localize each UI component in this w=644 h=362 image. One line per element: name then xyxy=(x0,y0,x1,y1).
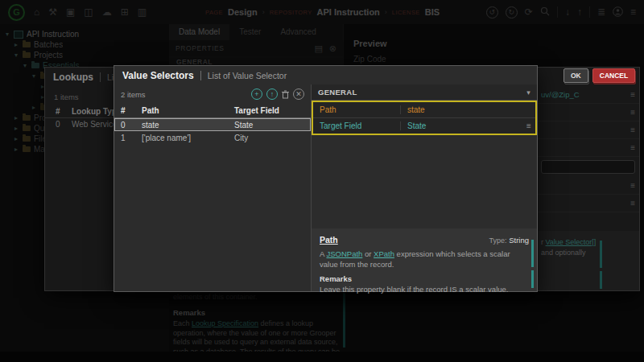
value-selectors-dialog: Value Selectors List of Value Selector 2… xyxy=(114,65,538,292)
property-value[interactable]: state xyxy=(400,105,522,114)
help-body: A JSONPath or XPath expression which sel… xyxy=(320,249,529,270)
add-item-icon[interactable]: + xyxy=(251,88,262,100)
type-label: Type: xyxy=(489,237,507,245)
help-scrollbar[interactable] xyxy=(531,240,534,267)
column-path: Path xyxy=(142,106,234,115)
clear-list-icon[interactable]: ✕ xyxy=(293,88,304,100)
type-value: String xyxy=(509,236,529,245)
row-path: ['place name'] xyxy=(142,134,234,142)
value-selector-row[interactable]: 0 state State xyxy=(114,118,311,131)
jsonpath-link[interactable]: JSONPath xyxy=(326,249,362,258)
general-section-header[interactable]: GENERAL ▾ xyxy=(312,84,537,101)
move-up-icon[interactable]: ↑ xyxy=(266,88,278,100)
list-toolbar: 2 items + ↑ ✕ xyxy=(114,84,311,104)
property-value[interactable]: State xyxy=(400,121,522,130)
row-path: state xyxy=(142,121,234,130)
item-count: 2 items xyxy=(121,90,146,99)
delete-item-icon[interactable] xyxy=(282,90,289,99)
highlighted-property-group: Path state Target Field State ≡ xyxy=(312,101,537,135)
xpath-link[interactable]: XPath xyxy=(374,249,394,258)
property-label: Target Field xyxy=(313,121,400,130)
property-help-pane: Path Type: String A JSONPath or XPath ex… xyxy=(312,228,537,291)
help-title: Path xyxy=(320,234,338,245)
property-row-path[interactable]: Path state xyxy=(313,102,535,117)
value-selector-list: 2 items + ↑ ✕ # Path Target Field xyxy=(114,84,312,291)
value-selectors-dialog-title: Value Selectors xyxy=(122,70,194,81)
row-target: State xyxy=(234,121,311,130)
column-num: # xyxy=(121,106,142,115)
cancel-button[interactable]: CANCEL xyxy=(592,68,635,83)
title-divider xyxy=(200,71,201,80)
list-column-headers: # Path Target Field xyxy=(114,104,311,118)
general-label: GENERAL xyxy=(318,88,357,97)
dialog-action-buttons: OK CANCEL xyxy=(564,68,635,83)
value-selector-row[interactable]: 1 ['place name'] City xyxy=(114,131,311,144)
property-row-target-field[interactable]: Target Field State ≡ xyxy=(313,117,535,134)
ok-button[interactable]: OK xyxy=(564,68,588,83)
app-window: G ⌂ ⚒ ▣ ◫ ☁ ⊞ ▥ PAGE Design › REPOSITORY… xyxy=(0,0,644,362)
remarks-body: Leave this property blank if the record … xyxy=(320,285,529,295)
value-selectors-dialog-header: Value Selectors List of Value Selector xyxy=(114,66,537,84)
value-selectors-dialog-subtitle: List of Value Selector xyxy=(208,71,287,80)
property-panel: GENERAL ▾ Path state Target Field State … xyxy=(312,84,537,291)
row-target: City xyxy=(234,134,311,142)
row-menu-icon[interactable]: ≡ xyxy=(522,122,535,130)
row-num: 0 xyxy=(121,121,142,130)
property-label: Path xyxy=(313,105,400,114)
column-target-field: Target Field xyxy=(234,106,311,115)
row-num: 1 xyxy=(121,134,142,142)
help-scrollbar[interactable] xyxy=(531,270,534,288)
remarks-heading: Remarks xyxy=(320,274,529,285)
chevron-down-icon[interactable]: ▾ xyxy=(526,88,530,97)
